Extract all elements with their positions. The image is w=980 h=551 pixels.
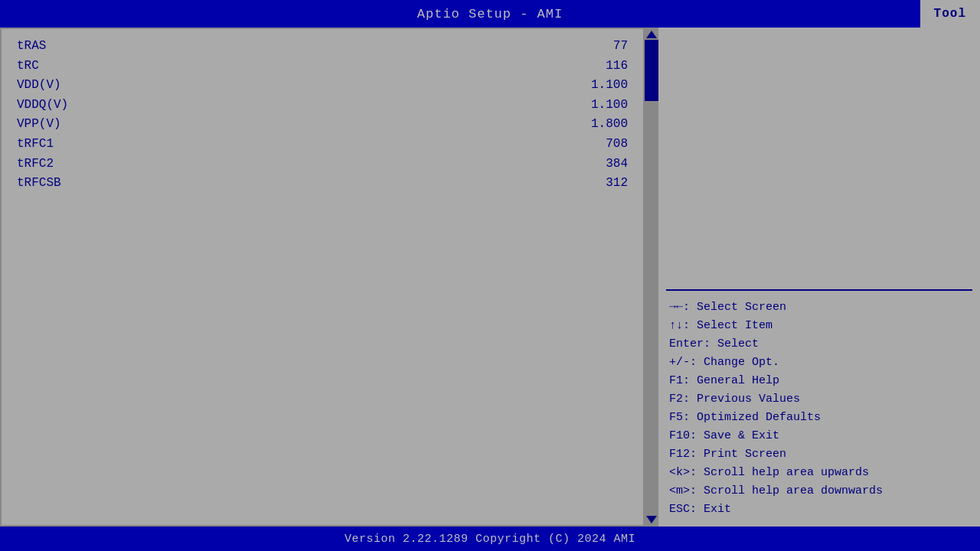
header: Aptio Setup - AMI Tool	[0, 0, 980, 28]
setting-value: 1.100	[567, 76, 628, 96]
setting-name: tRFC1	[17, 135, 54, 155]
setting-name: tRAS	[17, 37, 46, 57]
setting-value: 708	[567, 135, 628, 155]
key-help-line: +/-: Change Opt.	[669, 354, 969, 372]
footer-text: Version 2.22.1289 Copyright (C) 2024 AMI	[345, 533, 635, 546]
settings-list: tRAS77tRC116VDD(V)1.100VDDQ(V)1.100VPP(V…	[14, 37, 631, 194]
scroll-thumb[interactable]	[645, 40, 658, 101]
scroll-down-arrow[interactable]	[646, 516, 657, 523]
key-help-line: <k>: Scroll help area upwards	[669, 464, 969, 482]
table-row: VPP(V)1.800	[14, 115, 631, 135]
key-help-line: F10: Save & Exit	[669, 427, 969, 445]
footer: Version 2.22.1289 Copyright (C) 2024 AMI	[0, 527, 980, 551]
setting-value: 312	[567, 174, 628, 194]
key-help-line: <m>: Scroll help area downwards	[669, 482, 969, 500]
setting-name: VPP(V)	[17, 115, 61, 135]
key-help-line: ESC: Exit	[669, 500, 969, 519]
setting-value: 1.800	[567, 115, 628, 135]
key-help-line: →←: Select Screen	[669, 298, 969, 317]
key-help-line: F2: Previous Values	[669, 390, 969, 409]
setting-name: tRFCSB	[17, 174, 61, 194]
header-title: Aptio Setup - AMI	[417, 7, 563, 21]
table-row: tRAS77	[14, 37, 631, 57]
settings-panel: tRAS77tRC116VDD(V)1.100VDDQ(V)1.100VPP(V…	[0, 28, 645, 527]
table-row: VDD(V)1.100	[14, 76, 631, 96]
help-area	[658, 28, 980, 286]
scrollbar[interactable]	[645, 28, 658, 527]
key-help-line: ↑↓: Select Item	[669, 317, 969, 335]
table-row: tRFCSB312	[14, 174, 631, 194]
key-help-line: F5: Optimized Defaults	[669, 409, 969, 427]
key-help-line: Enter: Select	[669, 335, 969, 354]
setting-name: VDD(V)	[17, 76, 61, 96]
scroll-track	[645, 40, 658, 514]
setting-name: VDDQ(V)	[17, 96, 68, 116]
table-row: tRFC2384	[14, 155, 631, 174]
setting-value: 77	[567, 37, 628, 57]
setting-name: tRC	[17, 57, 39, 77]
main-content: tRAS77tRC116VDD(V)1.100VDDQ(V)1.100VPP(V…	[0, 28, 980, 527]
setting-name: tRFC2	[17, 155, 54, 174]
table-row: tRFC1708	[14, 135, 631, 155]
key-help-section: →←: Select Screen↑↓: Select ItemEnter: S…	[658, 294, 980, 527]
setting-value: 384	[567, 155, 628, 174]
setting-value: 116	[567, 57, 628, 77]
key-help-line: F1: General Help	[669, 372, 969, 390]
key-help-line: F12: Print Screen	[669, 445, 969, 464]
divider	[666, 289, 972, 291]
right-panel: →←: Select Screen↑↓: Select ItemEnter: S…	[658, 28, 980, 527]
setting-value: 1.100	[567, 96, 628, 116]
scroll-up-arrow[interactable]	[646, 31, 657, 38]
table-row: VDDQ(V)1.100	[14, 96, 631, 116]
tool-tab[interactable]: Tool	[920, 0, 980, 28]
table-row: tRC116	[14, 57, 631, 77]
